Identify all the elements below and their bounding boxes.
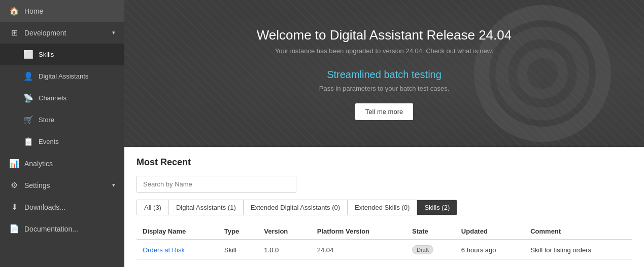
- search-input[interactable]: [137, 176, 296, 193]
- row-state: Draft: [406, 240, 455, 260]
- downloads-icon: ⬇: [9, 202, 19, 212]
- settings-icon: ⚙: [9, 180, 19, 190]
- sidebar-item-digital-assistants[interactable]: 👤 Digital Assistants: [0, 65, 124, 87]
- row-type: Skill: [218, 240, 258, 260]
- development-icon: ⊞: [9, 28, 19, 37]
- col-comment: Comment: [524, 223, 632, 240]
- col-platform-version: Platform Version: [311, 223, 406, 240]
- filter-tab-skills[interactable]: Skills (2): [417, 200, 457, 215]
- digital-assistants-icon: 👤: [23, 71, 33, 81]
- row-version: 1.0.0: [258, 240, 311, 260]
- data-table: Display Name Type Version Platform Versi…: [137, 223, 632, 260]
- col-version: Version: [258, 223, 311, 240]
- col-type: Type: [218, 223, 258, 240]
- sidebar-item-documentation[interactable]: 📄 Documentation...: [0, 218, 124, 240]
- hero-sub-subtitle: Pass in parameters to your batch test ca…: [257, 85, 512, 92]
- sidebar-item-label: Analytics: [24, 160, 53, 168]
- analytics-icon: 📊: [9, 159, 19, 168]
- sidebar-item-downloads[interactable]: ⬇ Downloads...: [0, 196, 124, 218]
- filter-tab-extended-skills[interactable]: Extended Skills (0): [348, 200, 417, 215]
- row-platform-version: 24.04: [311, 240, 406, 260]
- chevron-down-icon: ▾: [112, 29, 115, 36]
- row-comment: Skill for listing orders: [524, 240, 632, 260]
- hero-sub-title: Streamlined batch testing: [257, 69, 512, 81]
- sidebar-item-label: Home: [24, 7, 43, 15]
- sidebar-item-label: Channels: [39, 94, 66, 102]
- sidebar-item-label: Events: [39, 138, 59, 145]
- chevron-down-icon: ▾: [112, 182, 115, 188]
- table-row: Orders at Risk Skill 1.0.0 24.04 Draft 6…: [137, 240, 632, 260]
- filter-tabs: All (3) Digital Assistants (1) Extended …: [137, 200, 457, 215]
- sidebar-item-settings[interactable]: ⚙ Settings ▾: [0, 174, 124, 196]
- sidebar-item-label: Downloads...: [24, 203, 65, 211]
- sidebar-item-label: Skills: [39, 51, 54, 58]
- sidebar-item-analytics[interactable]: 📊 Analytics: [0, 152, 124, 174]
- row-display-name[interactable]: Orders at Risk: [137, 240, 218, 260]
- filter-tab-extended-digital-assistants[interactable]: Extended Digital Assistants (0): [244, 200, 348, 215]
- hero-content: Welcome to Digital Assistant Release 24.…: [236, 12, 532, 135]
- sidebar-item-label: Settings: [24, 181, 50, 189]
- col-updated: Updated: [455, 223, 524, 240]
- tell-me-more-button[interactable]: Tell me more: [355, 103, 413, 120]
- sidebar-item-home[interactable]: 🏠 Home: [0, 0, 124, 22]
- hero-subtitle: Your instance has been upgraded to versi…: [257, 47, 512, 55]
- sidebar-item-label: Development: [24, 29, 66, 37]
- sidebar-item-label: Documentation...: [24, 225, 78, 233]
- skills-icon: ⬜: [23, 50, 33, 59]
- sidebar-item-channels[interactable]: 📡 Channels: [0, 87, 124, 109]
- filter-tab-all[interactable]: All (3): [137, 200, 169, 215]
- row-updated: 6 hours ago: [455, 240, 524, 260]
- home-icon: 🏠: [9, 6, 19, 16]
- content-area: Most Recent All (3) Digital Assistants (…: [124, 147, 644, 267]
- filter-tab-digital-assistants[interactable]: Digital Assistants (1): [169, 200, 244, 215]
- hero-title: Welcome to Digital Assistant Release 24.…: [257, 27, 512, 43]
- main-content: Welcome to Digital Assistant Release 24.…: [124, 0, 644, 267]
- documentation-icon: 📄: [9, 224, 19, 234]
- section-title: Most Recent: [137, 157, 632, 168]
- col-state: State: [406, 223, 455, 240]
- col-display-name: Display Name: [137, 223, 218, 240]
- sidebar-item-label: Digital Assistants: [39, 72, 88, 80]
- channels-icon: 📡: [23, 93, 33, 103]
- hero-banner: Welcome to Digital Assistant Release 24.…: [124, 0, 644, 147]
- sidebar-item-development[interactable]: ⊞ Development ▾: [0, 22, 124, 44]
- sidebar-item-label: Store: [39, 116, 54, 124]
- sidebar-item-events[interactable]: 📋 Events: [0, 131, 124, 152]
- sidebar: 🏠 Home ⊞ Development ▾ ⬜ Skills 👤 Digita…: [0, 0, 124, 267]
- status-badge: Draft: [412, 245, 433, 254]
- sidebar-item-skills[interactable]: ⬜ Skills: [0, 44, 124, 65]
- sidebar-item-store[interactable]: 🛒 Store: [0, 109, 124, 131]
- store-icon: 🛒: [23, 115, 33, 125]
- events-icon: 📋: [23, 137, 33, 146]
